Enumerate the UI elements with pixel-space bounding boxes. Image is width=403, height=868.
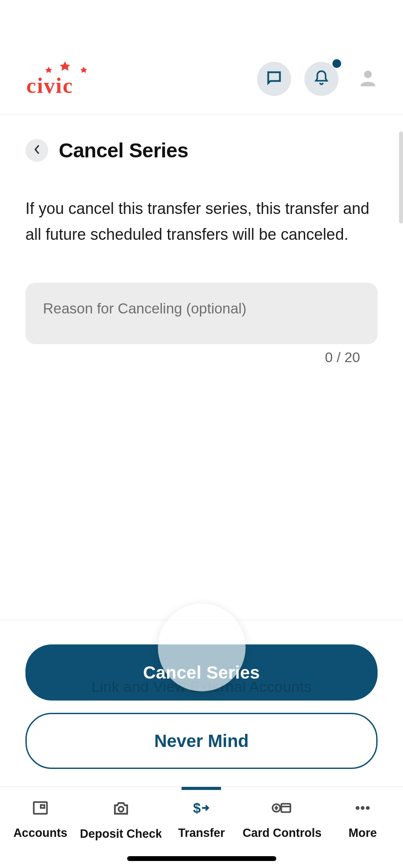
action-buttons: Cancel Series Link and View External Acc… — [0, 620, 403, 786]
svg-text:civic: civic — [26, 73, 73, 96]
more-icon — [353, 799, 372, 818]
ghost-link-text: Link and View External Accounts — [25, 678, 378, 695]
back-button[interactable] — [25, 139, 48, 162]
svg-point-11 — [366, 806, 370, 810]
card-controls-icon — [271, 799, 292, 818]
messages-button[interactable] — [257, 62, 291, 96]
tab-label: More — [349, 826, 377, 840]
never-mind-button[interactable]: Never Mind — [25, 713, 378, 769]
app-header: civic — [0, 48, 403, 114]
reason-input-container[interactable] — [25, 283, 378, 344]
svg-rect-3 — [41, 805, 44, 808]
transfer-icon: $ — [192, 799, 211, 818]
svg-rect-7 — [282, 804, 291, 812]
cancel-series-button[interactable]: Cancel Series Link and View External Acc… — [25, 644, 378, 701]
char-count: 0 / 20 — [25, 349, 378, 366]
tab-label: Card Controls — [243, 826, 321, 840]
home-indicator — [127, 856, 276, 861]
svg-text:$: $ — [193, 800, 201, 816]
tab-label: Accounts — [13, 826, 67, 840]
brand-logo: civic — [26, 61, 244, 96]
tab-label: Deposit Check — [81, 827, 161, 841]
notifications-button[interactable] — [304, 62, 339, 96]
svg-point-9 — [356, 806, 360, 810]
notification-dot — [332, 59, 341, 68]
profile-button[interactable] — [357, 67, 379, 91]
accounts-icon — [32, 799, 49, 818]
message-icon — [265, 69, 283, 89]
tab-more[interactable]: More — [322, 787, 403, 868]
main-content: Cancel Series If you cancel this transfe… — [0, 114, 403, 620]
svg-point-1 — [364, 71, 372, 78]
page-title: Cancel Series — [59, 139, 188, 162]
tab-accounts[interactable]: Accounts — [0, 787, 81, 868]
svg-point-10 — [361, 806, 365, 810]
svg-point-4 — [118, 807, 123, 811]
person-icon — [357, 67, 379, 91]
reason-input[interactable] — [43, 300, 360, 317]
camera-icon — [112, 799, 130, 819]
tab-label: Transfer — [178, 826, 225, 840]
chevron-left-icon — [33, 144, 41, 157]
bell-icon — [313, 70, 330, 88]
page-description: If you cancel this transfer series, this… — [25, 196, 378, 248]
